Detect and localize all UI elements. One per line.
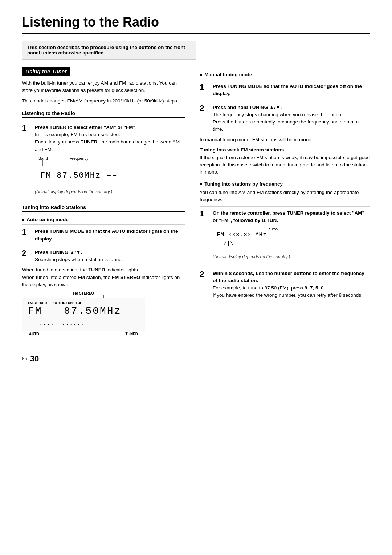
auto-step-num-2: 2 <box>22 249 32 258</box>
freq-display-wrapper: AUTO FM ×××.×× MHz /|\ <box>213 227 285 252</box>
freq-step2-body2: If you have entered the wrong number, yo… <box>213 292 363 298</box>
fm-bottom-labels: AUTO TUNED <box>22 331 145 336</box>
tuner-para1: With the built-in tuner you can enjoy AM… <box>22 80 185 94</box>
fm-display: FM 87.50MHz –– <box>35 167 123 184</box>
freq-display-caption: (Actual display depends on the country.) <box>213 254 370 260</box>
tuned-note: When tuned into a station, the TUNED ind… <box>22 266 185 288</box>
fm-stereo-top-label: FM STEREO <box>22 291 145 295</box>
auto-step-num-1: 1 <box>22 228 32 236</box>
freq-label: Frequency <box>70 155 89 162</box>
large-display-wrapper: FM STEREO AUTO ▶ TUNED ◀ FM 87.50MHz ...… <box>22 298 145 331</box>
freq-display-bottom: /|\ <box>217 241 234 247</box>
auto-step2: 2 Press TUNING ▲/▼. Searching stops when… <box>22 246 185 264</box>
freq-step-num-1: 1 <box>200 210 210 218</box>
weak-fm-heading: Tuning into weak FM stereo stations <box>200 147 370 153</box>
display-text: FM 87.50MHz –– <box>40 171 118 180</box>
page-title: Listening to the Radio <box>22 15 370 30</box>
auto-step2-title: Press TUNING ▲/▼. <box>35 250 82 255</box>
using-tuner-heading: Using the Tuner <box>22 67 70 76</box>
weak-fm-body: If the signal from a stereo FM station i… <box>200 154 370 176</box>
auto-bottom-label: AUTO <box>29 332 39 336</box>
left-column: Using the Tuner With the built-in tuner … <box>22 67 185 340</box>
tuner-para2: This model changes FM/AM frequency in 20… <box>22 97 185 105</box>
auto-step2-content: Press TUNING ▲/▼. Searching stops when a… <box>35 249 185 264</box>
step1-body2: Each time you press TUNER, the radio ban… <box>35 139 180 152</box>
freq-step2-content: Within 8 seconds, use the number buttons… <box>213 270 370 299</box>
main-content: Using the Tuner With the built-in tuner … <box>22 67 370 340</box>
by-freq-intro: You can tune into AM and FM stations dir… <box>200 189 370 204</box>
intro-box: This section describes the procedure usi… <box>22 41 196 60</box>
display-caption: (Actual display depends on the country.) <box>35 189 185 195</box>
manual-mode-text: Manual tuning mode <box>204 72 252 77</box>
page-footer: En 30 <box>22 354 370 364</box>
auto-step2-body: Searching stops when a station is found. <box>35 257 123 262</box>
auto-step1: 1 Press TUNING MODE so that the AUTO ind… <box>22 224 185 243</box>
freq-step1: 1 On the remote controller, press TUNER … <box>200 206 370 264</box>
freq-display-box: AUTO FM ×××.×× MHz /|\ <box>213 229 285 250</box>
intro-text: This section describes the procedure usi… <box>27 45 185 56</box>
freq-step2-title: Within 8 seconds, use the number buttons… <box>213 271 364 283</box>
step1-content: Press TUNER to select either "AM" or "FM… <box>35 124 185 199</box>
manual-step2-body1: The frequency stops changing when you re… <box>213 112 343 117</box>
by-freq-label: Tuning into stations by frequency <box>204 181 283 187</box>
fm-large-display: FM STEREO AUTO ▶ TUNED ◀ FM 87.50MHz ...… <box>22 298 145 331</box>
lang-label: En <box>22 356 27 361</box>
inline-fm-stereo: FM STEREO AUTO ▶ TUNED ◀ <box>28 301 139 305</box>
auto-mode-label: Auto tuning mode <box>22 217 185 222</box>
listening-step1: 1 Press TUNER to select either "AM" or "… <box>22 121 185 199</box>
freq-step2-body1: For example, to tune to 87.50 (FM), pres… <box>213 285 325 291</box>
freq-step2: 2 Within 8 seconds, use the number butto… <box>200 267 370 299</box>
manual-step1-title: Press TUNING MODE so that the AUTO indic… <box>213 84 362 96</box>
manual-step2-body2: Press the buttons repeatedly to change t… <box>213 119 359 132</box>
freq-step1-title: On the remote controller, press TUNER re… <box>213 210 364 223</box>
fm-stereo-label-text: FM STEREO <box>73 291 94 295</box>
manual-step2: 2 Press and hold TUNING ▲/▼. The frequen… <box>200 101 370 133</box>
freq-display-text: FM ×××.×× MHz <box>217 232 267 238</box>
auto-indicator: AUTO <box>268 227 278 232</box>
step1-title: Press TUNER to select either "AM" or "FM… <box>35 125 137 130</box>
fm-stereo-display-area: FM STEREO | FM STEREO AUTO ▶ TUNED ◀ FM … <box>22 291 185 336</box>
manual-step2-content: Press and hold TUNING ▲/▼. The frequency… <box>213 104 370 133</box>
freq-step1-content: On the remote controller, press TUNER re… <box>213 210 370 264</box>
tuned-bottom-label: TUNED <box>126 332 138 336</box>
manual-step-num-1: 1 <box>200 83 210 92</box>
freq-display-area: AUTO FM ×××.×× MHz /|\ (Actual display d… <box>213 227 370 260</box>
right-column: Manual tuning mode 1 Press TUNING MODE s… <box>200 67 370 340</box>
step1-body1: In this example, FM has been selected. <box>35 132 120 137</box>
manual-step-num-2: 2 <box>200 104 210 113</box>
auto-step1-content: Press TUNING MODE so that the AUTO indic… <box>35 228 185 243</box>
manual-mode-label: Manual tuning mode <box>200 72 370 77</box>
freq-step-num-2: 2 <box>200 270 210 279</box>
page-number: 30 <box>30 354 39 364</box>
fm-display-area: Band Frequency | | FM 87.50MHz –– (Actua… <box>35 155 185 195</box>
manual-step1: 1 Press TUNING MODE so that the AUTO ind… <box>200 80 370 98</box>
manual-step2-title: Press and hold TUNING ▲/▼. <box>213 105 282 110</box>
auto-mode-text: Auto tuning mode <box>26 217 68 222</box>
title-divider <box>22 33 370 34</box>
step-number-1: 1 <box>22 124 32 133</box>
band-freq-labels: Band Frequency <box>35 155 185 162</box>
listening-radio-heading: Listening to the Radio <box>22 110 185 118</box>
manual-note: In manual tuning mode, FM stations will … <box>200 136 370 143</box>
large-display-text: FM 87.50MHz <box>28 305 121 317</box>
by-freq-heading: Tuning into stations by frequency <box>200 181 370 187</box>
tuning-stations-heading: Tuning into Radio Stations <box>22 204 185 212</box>
manual-step1-content: Press TUNING MODE so that the AUTO indic… <box>213 83 370 98</box>
large-display-dots: ...... ...... <box>28 321 85 327</box>
auto-step1-title: Press TUNING MODE so that the AUTO indic… <box>35 228 178 241</box>
